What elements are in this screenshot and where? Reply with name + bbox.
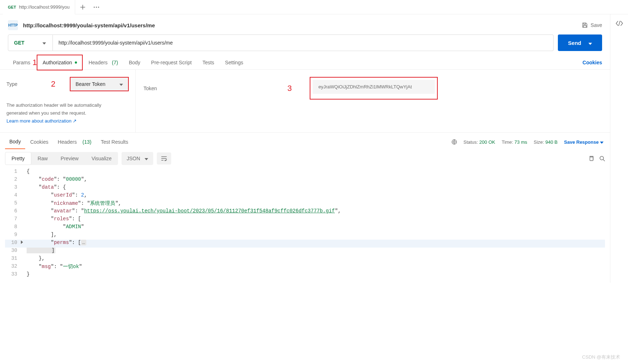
annotation-2: 2 [51, 79, 55, 89]
learn-more-link[interactable]: Learn more about authorization ↗ [6, 118, 77, 124]
save-label: Save [591, 22, 602, 28]
url-input[interactable]: http://localhost:9999/youlai-system/api/… [53, 34, 554, 51]
token-label: Token [144, 86, 215, 91]
view-mode-segment: Pretty Raw Preview Visualize [5, 152, 118, 165]
annotation-3: 3 [287, 84, 292, 93]
resp-tab-headers[interactable]: Headers (13) [54, 135, 96, 149]
tab-title: http://localhost:9999/you [19, 4, 70, 10]
view-pretty[interactable]: Pretty [5, 152, 31, 165]
method-value: GET [14, 40, 24, 46]
globe-icon[interactable] [451, 139, 457, 145]
save-icon [582, 22, 588, 28]
language-select[interactable]: JSON [122, 152, 153, 165]
chevron-down-icon [145, 156, 148, 161]
new-tab-button[interactable] [77, 1, 89, 13]
method-select[interactable]: GET [8, 34, 53, 51]
save-response-button[interactable]: Save Response [564, 139, 604, 145]
copy-icon[interactable] [588, 156, 594, 161]
search-icon[interactable] [599, 156, 605, 161]
request-tab[interactable]: GET http://localhost:9999/you [3, 0, 75, 14]
url-bar: GET http://localhost:9999/youlai-system/… [0, 34, 610, 55]
auth-type-label: Type [6, 81, 22, 87]
tab-params[interactable]: Params [8, 55, 35, 70]
fold-toggle[interactable] [21, 240, 27, 245]
tab-authorization[interactable]: Authorization [37, 55, 82, 70]
status-text: Status: 200 OK [464, 139, 495, 145]
request-name[interactable]: http://localhost:9999/youlai-system/api/… [23, 22, 155, 28]
request-tabs: Params 1 Authorization Headers (7) Body … [0, 55, 610, 70]
resp-tab-cookies[interactable]: Cookies [26, 135, 53, 149]
wrap-lines-button[interactable] [157, 152, 171, 165]
response-bar: Body Cookies Headers (13) Test Results S… [0, 133, 610, 148]
save-button[interactable]: Save [582, 22, 602, 28]
tab-prerequest[interactable]: Pre-request Script [146, 55, 197, 70]
view-visualize[interactable]: Visualize [85, 152, 118, 165]
right-rail [610, 14, 628, 283]
svg-point-0 [94, 6, 95, 8]
tab-settings[interactable]: Settings [220, 55, 249, 70]
view-preview[interactable]: Preview [54, 152, 85, 165]
code-icon[interactable] [616, 21, 623, 26]
chevron-down-icon [588, 40, 592, 46]
resp-tab-tests[interactable]: Test Results [96, 135, 132, 149]
tab-overflow-button[interactable] [90, 1, 103, 13]
time-text: Time: 73 ms [502, 139, 527, 145]
tab-body[interactable]: Body [124, 55, 145, 70]
auth-left: Type 2 Bearer Token The authorization he… [0, 70, 136, 132]
auth-right: Token 3 eyJraWQiOiJjZDhlZmRhZi1lMWRkLTQw… [136, 70, 610, 132]
annotation-1: 1 [32, 58, 37, 67]
cookies-link[interactable]: Cookies [583, 60, 602, 65]
resp-tab-body[interactable]: Body [5, 135, 25, 149]
chevron-down-icon [119, 81, 123, 87]
tab-method-badge: GET [8, 5, 16, 9]
svg-rect-4 [590, 157, 593, 161]
auth-type-select[interactable]: Bearer Token [70, 78, 128, 91]
response-body[interactable]: 1{ 2 "code": "00000", 3 "data": { 4 "use… [0, 169, 610, 283]
view-toolbar: Pretty Raw Preview Visualize JSON [0, 148, 610, 169]
http-icon: HTTP [8, 20, 18, 30]
svg-point-1 [96, 6, 97, 8]
active-dot-icon [75, 61, 77, 64]
auth-help-text: The authorization header will be automat… [6, 101, 129, 125]
auth-type-value: Bearer Token [76, 81, 105, 87]
view-raw[interactable]: Raw [31, 152, 54, 165]
send-button[interactable]: Send [558, 34, 602, 51]
token-input[interactable]: eyJraWQiOiJjZDhlZmRhZi1lMWRkLTQwYjAt [313, 80, 435, 94]
svg-point-2 [98, 6, 99, 8]
chevron-down-icon [42, 40, 46, 46]
authorization-panel: Type 2 Bearer Token The authorization he… [0, 70, 610, 133]
size-text: Size: 940 B [534, 139, 558, 145]
request-header: HTTP http://localhost:9999/youlai-system… [0, 14, 610, 34]
tab-headers[interactable]: Headers (7) [83, 55, 123, 70]
tab-tests[interactable]: Tests [197, 55, 219, 70]
tab-bar: GET http://localhost:9999/you [0, 0, 628, 14]
